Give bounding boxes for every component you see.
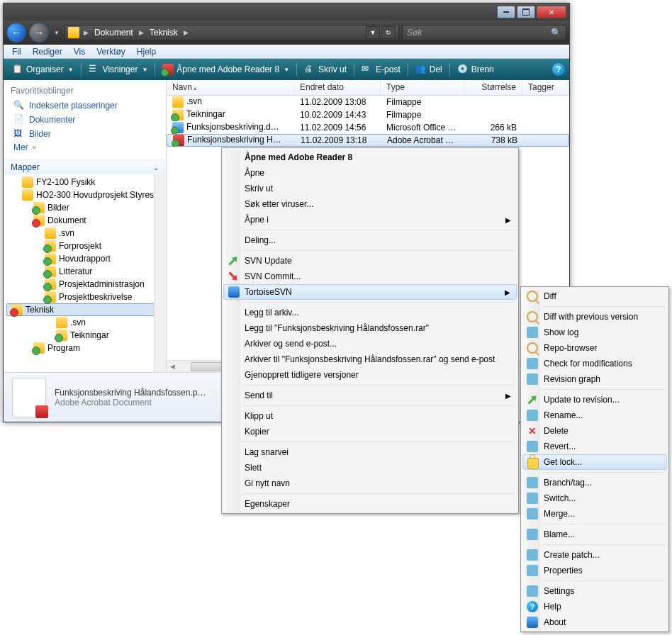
breadcrumb-drop[interactable]: ▼ [366, 26, 380, 39]
fav-documents[interactable]: 📄Dokumenter [11, 113, 159, 127]
menu-label: Delete [544, 426, 569, 436]
menu-item[interactable]: Revision graph [522, 371, 667, 387]
file-date: 11.02.2009 13:18 [295, 135, 381, 146]
menu-item[interactable]: Branch/tag... [522, 475, 667, 490]
minimize-button[interactable] [497, 6, 515, 18]
share-button[interactable]: 👥Del [411, 62, 447, 77]
folders-header[interactable]: Mapper⌄ [4, 159, 166, 174]
tree-item[interactable]: Teknisk [6, 303, 163, 316]
menu-item[interactable]: Legg til "Funksjonsbeskriving Hålandsfos… [223, 320, 517, 336]
back-button[interactable]: ← [6, 23, 26, 43]
crumb-dokument[interactable]: Dokument [90, 28, 138, 38]
menu-verktoy[interactable]: Verktøy [91, 45, 131, 58]
menu-item[interactable]: Kopier [223, 424, 517, 439]
menu-item[interactable]: Søk etter viruser... [223, 196, 517, 212]
menu-hjelp[interactable]: Hjelp [131, 45, 162, 58]
tree-item[interactable]: .svn [4, 227, 166, 240]
menu-item[interactable]: Diff with previous version [522, 309, 667, 325]
forward-button[interactable]: → [29, 23, 49, 43]
file-row[interactable]: Funksjonsbeskriving.d…11.02.2009 14:56Mi… [167, 121, 569, 134]
tree-item[interactable]: Forprosjekt [4, 240, 166, 252]
maximize-button[interactable] [517, 6, 535, 18]
views-button[interactable]: ☰Visninger▼ [84, 62, 152, 77]
menu-item[interactable]: Repo-browser [522, 340, 667, 356]
menu-fil[interactable]: Fil [6, 45, 27, 58]
col-size[interactable]: Størrelse [464, 80, 522, 95]
fav-indexed[interactable]: 🔍Indekserte plasseringer [11, 99, 159, 113]
nav-bar: ← → ▼ ▶ Dokument ▶ Teknisk ▶ ▼ ↻ Søk 🔍 [4, 21, 569, 45]
menu-item[interactable]: About [522, 614, 667, 630]
menu-vis[interactable]: Vis [68, 45, 91, 58]
tree-item[interactable]: Prosjektadministrasjon [4, 278, 166, 291]
menu-item[interactable]: Create patch... [522, 547, 667, 563]
col-tags[interactable]: Tagger [522, 80, 569, 95]
menu-item[interactable]: Åpne [223, 165, 517, 181]
col-date[interactable]: Endret dato [294, 80, 381, 95]
menu-item[interactable]: Åpne i▶ [223, 212, 517, 227]
crumb-teknisk[interactable]: Teknisk [145, 28, 182, 38]
tree-item[interactable]: Program [4, 342, 166, 354]
menu-item[interactable]: Show log [522, 325, 667, 340]
tree-item[interactable]: HO2-300 Hovudprosjekt Styres… [4, 189, 166, 201]
breadcrumb-refresh[interactable]: ↻ [381, 26, 396, 39]
menu-item[interactable]: Åpne med Adobe Reader 8 [223, 150, 517, 165]
menu-item[interactable]: Revert... [522, 439, 667, 454]
scrollbar-vertical[interactable] [154, 174, 166, 372]
tree-item[interactable]: Teikningar [4, 329, 166, 342]
menu-item[interactable]: Legg til arkiv... [223, 305, 517, 320]
menu-item[interactable]: ✕Delete [522, 423, 667, 439]
menu-item[interactable]: Skriv ut [223, 181, 517, 196]
organize-button[interactable]: 📋Organiser▼ [8, 62, 78, 77]
menu-item[interactable]: ?Help [522, 599, 667, 614]
email-button[interactable]: ✉E-post [357, 62, 405, 77]
menu-item[interactable]: Gjenopprett tidligere versjoner [223, 367, 517, 383]
file-row[interactable]: .svn11.02.2009 13:08Filmappe [167, 96, 569, 108]
menu-item[interactable]: Switch... [522, 490, 667, 506]
tree-item[interactable]: Dokument [4, 214, 166, 227]
file-size: 738 kB [465, 135, 523, 146]
fav-pictures[interactable]: 🖼Bilder [11, 127, 159, 141]
open-with-button[interactable]: Åpne med Adobe Reader 8▼ [158, 62, 293, 77]
menu-item[interactable]: Update to revision... [522, 392, 667, 408]
breadcrumb[interactable]: ▶ Dokument ▶ Teknisk ▶ ▼ ↻ [65, 25, 399, 40]
menu-item[interactable]: Settings [522, 583, 667, 599]
menu-item[interactable]: Arkiver og send e-post... [223, 336, 517, 352]
tree-item[interactable]: Prosjektbeskrivelse [4, 291, 166, 303]
tree-item[interactable]: Litteratur [4, 265, 166, 278]
menu-item[interactable]: Merge... [522, 506, 667, 522]
menu-item[interactable]: Blame... [522, 527, 667, 542]
menu-item[interactable]: Check for modifications [522, 356, 667, 371]
fav-more[interactable]: Mer » [11, 141, 159, 154]
menu-item[interactable]: Slett [223, 460, 517, 476]
help-button[interactable]: ? [552, 63, 565, 76]
menu-item[interactable]: Send til▶ [223, 388, 517, 403]
tree-item[interactable]: Hovudrapport [4, 252, 166, 265]
tree-item[interactable]: Bilder [4, 201, 166, 214]
menu-item[interactable]: Arkiver til "Funksjonsbeskriving Hålands… [223, 352, 517, 367]
menu-item[interactable]: Lag snarvei [223, 444, 517, 460]
nav-history-drop[interactable]: ▼ [52, 23, 62, 43]
col-name[interactable]: Navn [167, 80, 294, 95]
menu-rediger[interactable]: Rediger [27, 45, 68, 58]
col-type[interactable]: Type [381, 80, 464, 95]
menu-item[interactable]: Rename... [522, 408, 667, 423]
menu-item[interactable]: Properties [522, 563, 667, 578]
menu-item[interactable]: Klipp ut [223, 408, 517, 424]
menu-item[interactable]: Gi nytt navn [223, 476, 517, 491]
menu-item[interactable]: TortoiseSVN▶ [223, 284, 517, 300]
menu-item[interactable]: Deling... [223, 232, 517, 248]
tree-item[interactable]: FY2-100 Fysikk [4, 176, 166, 189]
menu-item[interactable]: SVN Update [223, 253, 517, 269]
menu-separator [542, 472, 666, 473]
file-row[interactable]: Funksjonsbeskriving H…11.02.2009 13:18Ad… [167, 134, 569, 147]
burn-button[interactable]: 💿Brenn [453, 62, 498, 77]
close-button[interactable]: ✕ [537, 6, 566, 18]
file-row[interactable]: Teikningar10.02.2009 14:43Filmappe [167, 108, 569, 121]
menu-item[interactable]: Get lock... [522, 454, 667, 470]
menu-item[interactable]: Egenskaper [223, 496, 517, 512]
tree-item[interactable]: .svn [4, 316, 166, 329]
search-input[interactable]: Søk 🔍 [402, 25, 566, 40]
menu-item[interactable]: SVN Commit... [223, 269, 517, 284]
menu-item[interactable]: Diff [522, 288, 667, 304]
print-button[interactable]: 🖨Skriv ut [300, 62, 351, 77]
